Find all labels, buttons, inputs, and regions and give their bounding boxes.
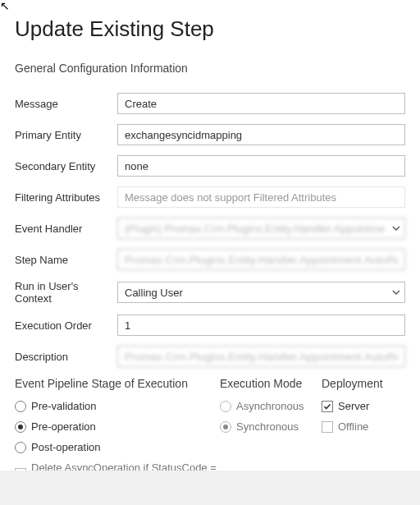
stage-option-pre-validation[interactable]: Pre-validation bbox=[15, 400, 220, 412]
stage-option-pre-operation[interactable]: Pre-operation bbox=[15, 420, 220, 433]
option-label: Synchronous bbox=[236, 420, 299, 433]
deployment-server-checkbox[interactable]: Server bbox=[322, 400, 405, 412]
checkbox-icon bbox=[322, 401, 333, 412]
label-primary-entity: Primary Entity bbox=[15, 129, 117, 141]
run-context-select[interactable] bbox=[117, 282, 405, 303]
event-handler-select[interactable] bbox=[117, 218, 405, 239]
label-message: Message bbox=[15, 98, 117, 110]
step-name-input[interactable] bbox=[117, 249, 405, 270]
label-secondary-entity: Secondary Entity bbox=[15, 160, 117, 172]
checkbox-icon bbox=[322, 421, 333, 433]
stage-option-post-operation[interactable]: Post-operation bbox=[15, 441, 220, 453]
label-filtering-attributes: Filtering Attributes bbox=[15, 191, 117, 204]
label-description: Description bbox=[15, 351, 117, 363]
option-label: Server bbox=[338, 400, 369, 412]
radio-icon bbox=[220, 401, 231, 412]
section-heading: General Configuration Information bbox=[15, 62, 405, 75]
radio-icon bbox=[220, 421, 231, 433]
label-step-name: Step Name bbox=[15, 254, 117, 266]
radio-icon bbox=[15, 421, 26, 433]
mode-option-sync: Synchronous bbox=[220, 420, 322, 433]
execution-order-input[interactable] bbox=[117, 314, 405, 336]
option-label: Asynchronous bbox=[236, 400, 304, 412]
stage-heading: Event Pipeline Stage of Execution bbox=[15, 377, 220, 390]
option-label: Offline bbox=[338, 420, 368, 433]
label-event-handler: Event Handler bbox=[15, 223, 117, 235]
label-execution-order: Execution Order bbox=[15, 319, 117, 332]
deployment-offline-checkbox: Offline bbox=[322, 420, 405, 433]
filtering-attributes-input[interactable] bbox=[117, 186, 405, 208]
mode-heading: Execution Mode bbox=[220, 377, 322, 390]
option-label: Post-operation bbox=[31, 441, 101, 453]
radio-icon bbox=[15, 401, 26, 412]
option-label: Pre-operation bbox=[31, 420, 96, 433]
footer-bar bbox=[0, 471, 420, 505]
message-input[interactable] bbox=[117, 93, 405, 114]
description-input[interactable] bbox=[117, 346, 405, 367]
radio-icon bbox=[15, 442, 26, 453]
option-label: Pre-validation bbox=[31, 400, 97, 412]
page-title: Update Existing Step bbox=[15, 16, 405, 42]
deployment-heading: Deployment bbox=[322, 377, 405, 390]
mode-option-async: Asynchronous bbox=[220, 400, 322, 412]
label-run-context: Run in User's Context bbox=[15, 280, 117, 305]
primary-entity-input[interactable] bbox=[117, 124, 405, 145]
secondary-entity-input[interactable] bbox=[117, 155, 405, 177]
